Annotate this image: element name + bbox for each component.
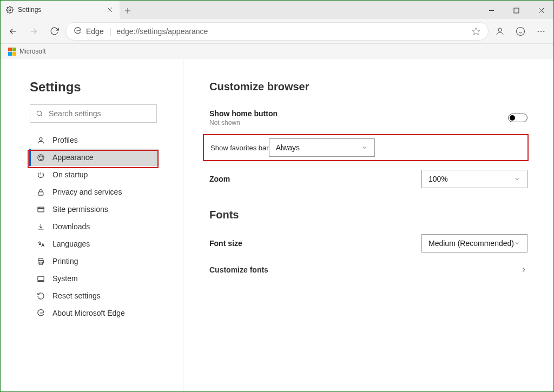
more-button[interactable] — [532, 22, 550, 41]
sidebar-item-languages[interactable]: Languages — [29, 235, 159, 253]
zoom-select[interactable]: 100% — [421, 170, 527, 188]
svg-rect-15 — [37, 207, 43, 212]
main: Settings Search settings Profiles Appear… — [1, 59, 553, 391]
home-button-toggle[interactable] — [508, 114, 527, 122]
row-font-size: Font size Medium (Recommended) — [209, 229, 527, 258]
permissions-icon — [36, 205, 45, 214]
window-controls — [479, 2, 553, 19]
sidebar-item-about[interactable]: About Microsoft Edge — [29, 304, 159, 322]
brand-bar: Microsoft — [1, 44, 553, 59]
settings-heading: Settings — [1, 79, 183, 104]
font-size-select[interactable]: Medium (Recommended) — [421, 234, 527, 253]
home-button-sub: Not shown — [209, 119, 278, 127]
home-button-label: Show home button — [209, 109, 278, 118]
favorites-bar-label: Show favorites bar — [210, 144, 269, 152]
close-icon[interactable] — [105, 5, 114, 14]
chevron-down-icon — [361, 144, 368, 151]
row-zoom: Zoom 100% — [209, 164, 527, 194]
svg-point-9 — [39, 137, 42, 140]
favorites-bar-select[interactable]: Always — [269, 138, 375, 157]
sidebar-item-label: Languages — [52, 240, 90, 248]
sidebar-item-label: Site permissions — [52, 205, 108, 214]
sidebar-item-appearance[interactable]: Appearance — [29, 149, 159, 166]
browser-tab[interactable]: Settings — [1, 1, 120, 19]
svg-point-3 — [498, 28, 502, 31]
system-icon — [36, 275, 45, 283]
brand-label: Microsoft — [19, 48, 46, 55]
svg-point-13 — [42, 156, 42, 157]
svg-point-6 — [540, 30, 542, 31]
select-value: Medium (Recommended) — [428, 239, 514, 248]
zoom-label: Zoom — [209, 175, 230, 183]
chevron-down-icon — [514, 176, 520, 182]
new-tab-button[interactable] — [120, 3, 136, 19]
row-customize-fonts[interactable]: Customize fonts — [209, 258, 527, 282]
sidebar-item-label: Printing — [52, 257, 78, 265]
sidebar-item-profiles[interactable]: Profiles — [29, 131, 159, 149]
sidebar-item-system[interactable]: System — [29, 270, 159, 287]
svg-rect-14 — [38, 191, 43, 195]
sidebar-item-reset[interactable]: Reset settings — [29, 287, 159, 304]
select-value: 100% — [428, 175, 448, 183]
chevron-right-icon — [520, 266, 527, 274]
titlebar: Settings — [1, 1, 553, 19]
microsoft-logo-icon — [8, 48, 16, 56]
nav-list: Profiles Appearance On startup Privacy a… — [1, 129, 183, 322]
edge-icon — [74, 27, 82, 35]
svg-rect-1 — [514, 8, 519, 13]
svg-rect-19 — [37, 276, 43, 281]
chevron-down-icon — [514, 240, 520, 247]
close-window-button[interactable] — [529, 2, 553, 19]
section-heading: Customize browser — [209, 81, 527, 93]
edge-icon — [36, 309, 45, 317]
svg-point-4 — [517, 27, 525, 35]
section-heading: Fonts — [209, 209, 527, 221]
back-button[interactable] — [4, 22, 22, 41]
refresh-button[interactable] — [45, 22, 63, 41]
sidebar-item-permissions[interactable]: Site permissions — [29, 201, 159, 218]
customize-fonts-label: Customize fonts — [209, 265, 268, 274]
person-icon — [36, 136, 45, 144]
svg-point-11 — [39, 156, 39, 157]
tab-title: Settings — [18, 6, 105, 14]
favorite-star-icon[interactable] — [472, 27, 480, 36]
sidebar-item-label: On startup — [52, 170, 88, 179]
edge-label: Edge — [86, 27, 104, 36]
sidebar-item-printing[interactable]: Printing — [29, 253, 159, 270]
toolbar: Edge | edge://settings/appearance — [1, 19, 553, 44]
url-text: edge://settings/appearance — [116, 27, 208, 36]
row-home-button: Show home button Not shown — [209, 104, 527, 132]
sidebar-item-privacy[interactable]: Privacy and services — [29, 183, 159, 201]
lock-icon — [36, 188, 45, 196]
select-value: Always — [276, 143, 300, 152]
svg-point-7 — [543, 30, 544, 31]
search-icon — [36, 110, 43, 117]
feedback-button[interactable] — [511, 22, 530, 41]
search-placeholder: Search settings — [49, 109, 101, 118]
sidebar-item-label: Reset settings — [52, 291, 101, 300]
profile-button[interactable] — [491, 22, 509, 41]
sidebar-item-label: Downloads — [52, 222, 90, 231]
maximize-button[interactable] — [504, 2, 529, 19]
download-icon — [36, 223, 45, 231]
svg-point-12 — [40, 155, 41, 156]
highlight-box: Show favorites bar Always — [203, 134, 529, 161]
sidebar-item-label: About Microsoft Edge — [52, 309, 125, 317]
reset-icon — [36, 292, 45, 300]
search-input[interactable]: Search settings — [30, 104, 157, 123]
sidebar-item-label: Appearance — [52, 153, 94, 162]
minimize-button[interactable] — [479, 2, 504, 19]
svg-marker-2 — [472, 28, 479, 35]
sidebar-item-label: Profiles — [52, 136, 78, 144]
sidebar-item-startup[interactable]: On startup — [29, 166, 159, 183]
row-favorites-bar: Show favorites bar Always — [204, 138, 527, 157]
address-bar[interactable]: Edge | edge://settings/appearance — [65, 22, 489, 41]
sidebar-item-downloads[interactable]: Downloads — [29, 218, 159, 235]
sidebar: Settings Search settings Profiles Appear… — [1, 59, 183, 391]
power-icon — [36, 171, 45, 179]
forward-button[interactable] — [24, 22, 43, 41]
separator: | — [109, 27, 111, 36]
gear-icon — [6, 6, 14, 14]
content: Customize browser Show home button Not s… — [183, 59, 553, 391]
svg-point-0 — [9, 9, 11, 11]
